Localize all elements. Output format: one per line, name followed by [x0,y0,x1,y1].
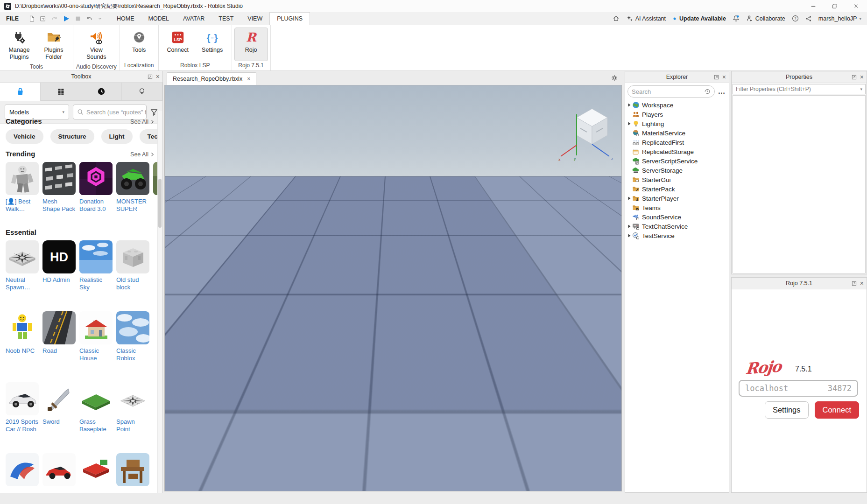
close-button[interactable] [846,0,867,12]
toolbox-item-label[interactable]: Donation Board 3.0 [79,198,113,213]
toolbox-item-label[interactable]: [👤] Best Walk… [6,198,39,213]
toolbox-item-thumbnail[interactable] [6,162,39,195]
toolbox-item-label[interactable]: MONSTER SUPER CA… [116,198,149,214]
rojo-settings-button[interactable]: Settings [765,401,809,419]
expand-arrow-icon[interactable] [627,224,632,228]
menubar-update-available[interactable]: Update Available [672,15,726,22]
toolbox-item-thumbnail[interactable] [116,240,149,273]
rojo-connect-button[interactable]: Connect [815,401,859,419]
explorer-float-icon[interactable] [714,75,719,80]
toolbox-item-thumbnail[interactable] [42,453,76,486]
new-file-icon[interactable] [28,15,35,22]
redo-icon[interactable] [51,15,58,22]
ribbon-tab-avatar[interactable]: AVATAR [176,12,211,25]
toolbox-item-thumbnail[interactable] [79,240,113,273]
expand-arrow-icon[interactable] [627,103,632,107]
toolbox-item-label[interactable]: Realistic Sky [79,276,113,292]
toolbox-tab-recent-clock[interactable] [81,83,122,100]
toolbox-close-icon[interactable]: × [156,73,160,80]
category-pill-tech[interactable]: Tech [140,129,158,144]
tab-close-icon[interactable]: × [247,76,250,82]
open-file-icon[interactable] [40,15,46,22]
minimize-button[interactable] [803,0,824,12]
ribbon-button-manage-plugins[interactable]: Manage Plugins [3,28,35,62]
explorer-item-teams[interactable]: Teams [625,203,729,212]
file-menu-button[interactable]: FILE [0,12,25,25]
ribbon-button-rojo[interactable]: RRojo [235,28,268,61]
toolbox-item-thumbnail[interactable] [79,453,113,486]
toolbox-item-label[interactable]: Old stud block [116,276,149,292]
ribbon-button-view-sounds[interactable]: View Sounds [80,28,113,62]
properties-float-icon[interactable] [852,75,857,80]
toolbox-item-label[interactable]: Grass Baseplate [79,418,113,434]
toolbox-item-label[interactable]: HD Admin [42,276,76,284]
explorer-item-serverscriptservice[interactable]: ServerScriptService [625,156,729,166]
toolbox-item-label[interactable]: Road [42,347,76,355]
menubar-collaborate[interactable]: Collaborate [746,15,785,22]
toolbox-float-icon[interactable] [148,74,153,79]
toolbox-tab-creations-bulb[interactable] [122,83,162,100]
scrollbar-thumb[interactable] [158,179,162,228]
document-tab[interactable]: Research_RopeObby.rbxlx × [167,72,256,85]
expand-arrow-icon[interactable] [627,122,632,126]
explorer-item-replicatedfirst[interactable]: ReplicatedFirst [625,138,729,147]
toolbox-item-thumbnail[interactable] [6,453,39,486]
history-icon[interactable] [704,88,711,95]
menubar-marsh-hellojp[interactable]: marsh_helloJP▾ [818,15,861,22]
menubar-home-icon[interactable] [613,15,620,22]
categories-see-all-link[interactable]: See All [130,119,155,125]
explorer-item-starterplayer[interactable]: StarterPlayer [625,194,729,203]
toolbox-item-thumbnail[interactable] [116,162,149,195]
toolbox-item-thumbnail[interactable] [116,453,149,486]
toolbox-scrollbar[interactable] [157,111,162,493]
category-pill-light[interactable]: Light [101,129,133,144]
expand-arrow-icon[interactable] [627,234,632,238]
explorer-item-lighting[interactable]: Lighting [625,119,729,128]
explorer-item-soundservice[interactable]: SoundService [625,212,729,222]
explorer-item-startergui[interactable]: StarterGui [625,175,729,184]
explorer-item-textchatservice[interactable]: TextChatService [625,222,729,231]
toolbox-item-label[interactable]: Classic Roblox Sk… [116,347,149,363]
toolbox-item-thumbnail[interactable] [79,311,113,344]
toolbox-item-label[interactable]: 2019 Sports Car // Rosh [6,418,39,434]
toolbox-item-thumbnail[interactable] [6,311,39,344]
explorer-item-starterpack[interactable]: StarterPack [625,184,729,194]
toolbox-item-thumbnail[interactable] [42,311,76,344]
menubar-bell-icon[interactable] [733,15,740,22]
menubar-help-icon[interactable]: ? [792,15,799,22]
explorer-item-replicatedstorage[interactable]: ReplicatedStorage [625,147,729,156]
properties-close-icon[interactable]: × [860,74,864,80]
trending-see-all-link[interactable]: See All [130,151,155,158]
ribbon-tab-test[interactable]: TEST [211,12,240,25]
stop-icon[interactable] [75,15,81,22]
toolbox-item-thumbnail[interactable] [116,382,149,415]
menubar-ai-assistant[interactable]: AI Assistant [626,15,666,22]
explorer-item-players[interactable]: Players [625,110,729,119]
properties-filter-input[interactable]: Filter Properties (Ctrl+Shift+P) ▾ [733,84,866,94]
toolbox-item-label[interactable]: Noob NPC [6,347,39,355]
toolbox-tab-marketplace-bag[interactable] [0,83,41,101]
toolbox-item-thumbnail[interactable] [116,311,149,344]
rojo-address-input[interactable]: localhost 34872 [739,380,858,397]
toolbox-item-label[interactable]: Classic House [79,347,113,363]
toolbox-item-thumbnail[interactable]: HD [42,240,76,273]
explorer-item-serverstorage[interactable]: ServerStorage [625,166,729,175]
explorer-item-testservice[interactable]: TestService [625,231,729,240]
ribbon-tab-home[interactable]: HOME [110,12,141,25]
maximize-button[interactable] [824,0,846,12]
explorer-more-button[interactable]: … [717,87,726,96]
ribbon-button-plugins-folder[interactable]: Plugins Folder [37,28,70,62]
play-icon[interactable] [63,15,70,22]
category-pill-vehicle[interactable]: Vehicle [6,129,43,144]
toolbox-item-label[interactable]: Spawn Point [116,418,149,434]
toolbox-item-thumbnail[interactable] [79,382,113,415]
menubar-share-icon[interactable] [805,15,812,22]
explorer-item-materialservice[interactable]: MaterialService [625,128,729,138]
ribbon-tab-plugins[interactable]: PLUGINS [269,12,310,25]
expand-arrow-icon[interactable] [627,196,632,200]
viewport-settings-gear-icon[interactable] [611,75,618,81]
category-pill-structure[interactable]: Structure [50,129,94,144]
rojo-close-icon[interactable]: × [860,280,864,287]
toolbox-item-thumbnail[interactable] [42,382,76,415]
undo-icon[interactable] [86,15,93,22]
